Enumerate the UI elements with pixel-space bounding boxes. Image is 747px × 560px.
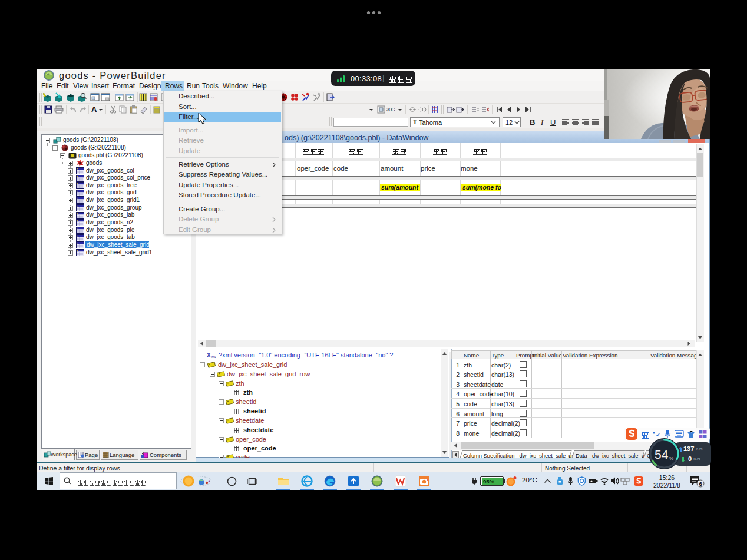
svg-text:ML: ML (211, 355, 216, 359)
svg-text:X: X (207, 352, 211, 359)
svg-text:%: % (669, 456, 673, 461)
svg-text:54: 54 (655, 448, 669, 461)
svg-text:6: 6 (699, 481, 702, 487)
